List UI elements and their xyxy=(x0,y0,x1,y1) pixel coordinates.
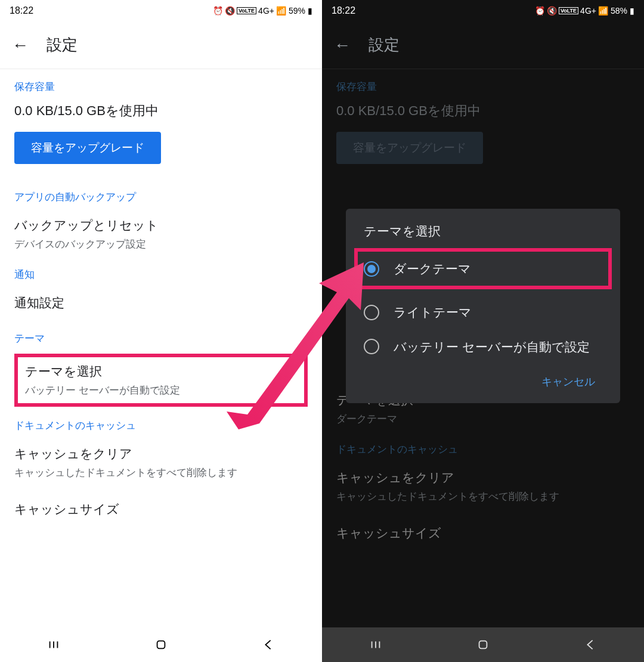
settings-content: 保存容量 0.0 KB/15.0 GBを使用中 容量をアップグレード アプリの自… xyxy=(0,69,322,549)
notif-item[interactable]: 通知設定 xyxy=(14,290,308,320)
radio-label: バッテリー セーバーが自動で設定 xyxy=(394,338,590,355)
battery-icon: ▮ xyxy=(630,6,634,16)
upgrade-button[interactable]: 容量をアップグレード xyxy=(336,132,483,164)
notif-header: 通知 xyxy=(14,268,308,281)
theme-dialog: テーマを選択 ダークテーマ ライトテーマ バッテリー セーバーが自動で設定 キャ… xyxy=(346,209,620,403)
signal-icon: 📶 xyxy=(276,6,286,16)
signal-icon: 📶 xyxy=(598,6,608,16)
nav-bar xyxy=(0,627,322,662)
theme-title: テーマを選択 xyxy=(25,363,297,380)
cancel-button[interactable]: キャンセル xyxy=(534,370,602,394)
dialog-title: テーマを選択 xyxy=(358,223,608,240)
back-arrow-icon[interactable]: ← xyxy=(12,36,29,55)
app-bar: ← 設定 xyxy=(0,21,322,69)
light-panel: 18:22 ⏰ 🔇 VoLTE 4G+ 📶 59% ▮ ← 設定 保存容量 0.… xyxy=(0,0,322,662)
status-icons: ⏰ 🔇 VoLTE 4G+ 📶 xyxy=(213,6,286,16)
cachesize-item[interactable]: キャッシュサイズ xyxy=(336,520,630,550)
status-bar-dark: 18:22 ⏰ 🔇 VoLTE 4G+ 📶 58% ▮ xyxy=(322,0,644,21)
alarm-icon: ⏰ xyxy=(535,6,545,16)
status-icons: ⏰ 🔇 VoLTE 4G+ 📶 xyxy=(535,6,608,16)
mute-icon: 🔇 xyxy=(225,6,235,16)
status-bar: 18:22 ⏰ 🔇 VoLTE 4G+ 📶 59% ▮ xyxy=(0,0,322,21)
recent-apps-icon[interactable] xyxy=(47,638,61,652)
status-right: ⏰ 🔇 VoLTE 4G+ 📶 58% ▮ xyxy=(535,6,634,16)
cachesize-title: キャッシュサイズ xyxy=(336,525,630,542)
dark-panel: 18:22 ⏰ 🔇 VoLTE 4G+ 📶 58% ▮ ← 設定 保存容量 0.… xyxy=(322,0,644,662)
cachesize-title: キャッシュサイズ xyxy=(14,501,308,518)
radio-selected-icon xyxy=(364,261,379,277)
cache-item[interactable]: キャッシュをクリア キャッシュしたドキュメントをすべて削除します xyxy=(336,465,630,508)
storage-text: 0.0 KB/15.0 GBを使用中 xyxy=(336,102,630,120)
home-icon[interactable] xyxy=(154,638,168,652)
dialog-actions: キャンセル xyxy=(358,364,608,394)
app-bar-dark: ← 設定 xyxy=(322,21,644,69)
app-title: 設定 xyxy=(47,35,78,55)
theme-subtitle-dark: ダークテーマ xyxy=(336,412,630,426)
svg-rect-1 xyxy=(479,641,487,649)
cachesize-item[interactable]: キャッシュサイズ xyxy=(14,496,308,526)
status-right: ⏰ 🔇 VoLTE 4G+ 📶 59% ▮ xyxy=(213,6,312,16)
status-time: 18:22 xyxy=(332,5,355,16)
radio-label: ライトテーマ xyxy=(394,304,472,321)
home-icon[interactable] xyxy=(476,638,490,652)
recent-apps-icon[interactable] xyxy=(369,638,383,652)
mute-icon: 🔇 xyxy=(547,6,557,16)
storage-header: 保存容量 xyxy=(336,80,630,94)
battery-icon: ▮ xyxy=(308,6,312,16)
theme-subtitle: バッテリー セーバーが自動で設定 xyxy=(25,383,297,397)
volte-icon: VoLTE xyxy=(237,7,256,14)
network-icon: 4G+ xyxy=(580,6,596,16)
alarm-icon: ⏰ xyxy=(213,6,223,16)
backup-title: バックアップとリセット xyxy=(14,217,308,234)
notif-title: 通知設定 xyxy=(14,295,308,311)
upgrade-button[interactable]: 容量をアップグレード xyxy=(14,132,161,164)
cache-subtitle: キャッシュしたドキュメントをすべて削除します xyxy=(14,466,308,480)
radio-dark-theme[interactable]: ダークテーマ xyxy=(354,248,612,289)
app-title: 設定 xyxy=(369,35,400,55)
radio-label: ダークテーマ xyxy=(394,260,471,277)
battery-text: 58% xyxy=(611,6,627,16)
cache-subtitle: キャッシュしたドキュメントをすべて削除します xyxy=(336,490,630,503)
cache-title: キャッシュをクリア xyxy=(14,446,308,462)
backup-subtitle: デバイスのバックアップ設定 xyxy=(14,237,308,251)
back-icon[interactable] xyxy=(261,638,275,652)
radio-unselected-icon xyxy=(364,339,379,354)
cache-title: キャッシュをクリア xyxy=(336,469,630,486)
radio-battery-theme[interactable]: バッテリー セーバーが自動で設定 xyxy=(358,330,608,364)
storage-text: 0.0 KB/15.0 GBを使用中 xyxy=(14,102,308,120)
backup-item[interactable]: バックアップとリセット デバイスのバックアップ設定 xyxy=(14,212,308,256)
cache-item[interactable]: キャッシュをクリア キャッシュしたドキュメントをすべて削除します xyxy=(14,441,308,484)
theme-header: テーマ xyxy=(14,332,308,345)
back-arrow-icon[interactable]: ← xyxy=(334,36,351,55)
network-icon: 4G+ xyxy=(258,6,274,16)
theme-highlight[interactable]: テーマを選択 バッテリー セーバーが自動で設定 xyxy=(14,354,308,407)
volte-icon: VoLTE xyxy=(559,7,578,14)
backup-header: アプリの自動バックアップ xyxy=(14,190,308,204)
nav-bar-dark xyxy=(322,627,644,662)
battery-text: 59% xyxy=(289,6,305,16)
cache-header: ドキュメントのキャッシュ xyxy=(336,443,630,456)
back-icon[interactable] xyxy=(583,638,597,652)
radio-light-theme[interactable]: ライトテーマ xyxy=(358,295,608,329)
storage-header: 保存容量 xyxy=(14,80,308,94)
cache-header: ドキュメントのキャッシュ xyxy=(14,419,308,432)
radio-unselected-icon xyxy=(364,305,379,320)
svg-rect-0 xyxy=(157,641,165,649)
status-time: 18:22 xyxy=(10,5,33,16)
